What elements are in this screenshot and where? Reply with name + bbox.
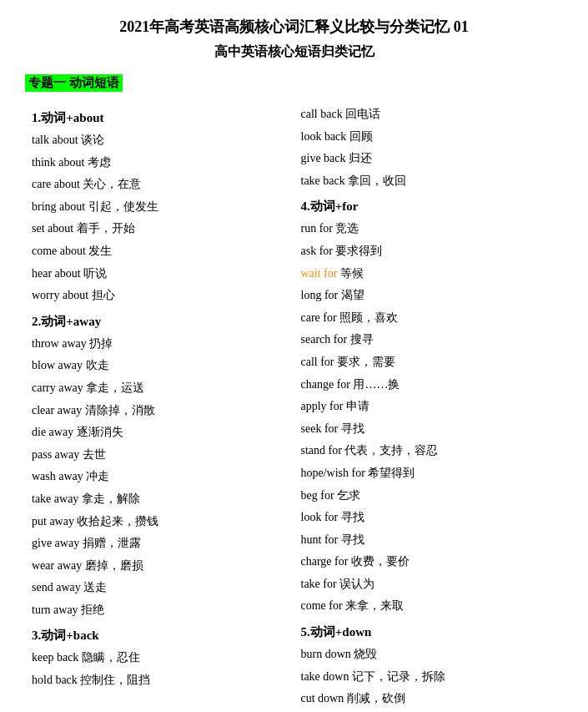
list-item: come for 来拿，来取: [301, 595, 557, 618]
list-item: ask for 要求得到: [301, 240, 557, 263]
list-item: hunt for 寻找: [301, 529, 557, 552]
section-header: 4.动词+for: [301, 199, 557, 215]
list-item: long for 渴望: [301, 285, 557, 307]
list-item: bring about 引起，使发生: [32, 196, 288, 219]
list-item: charge for 收费，要价: [301, 551, 557, 573]
list-item: cut down 削减，砍倒: [301, 688, 557, 710]
list-item: take back 拿回，收回: [301, 170, 557, 193]
list-item: hold back 控制住，阻挡: [32, 669, 288, 692]
list-item: blow away 吹走: [32, 355, 288, 377]
list-item: take away 拿走，解除: [32, 488, 288, 511]
list-item: look for 寻找: [301, 507, 557, 529]
list-item: wait for 等候: [301, 263, 557, 285]
list-item: turn away 拒绝: [32, 599, 288, 622]
section-header: 5.动词+down: [301, 624, 557, 640]
list-item: send away 送走: [32, 577, 288, 599]
list-item: give back 归还: [301, 148, 557, 170]
list-item: wear away 磨掉，磨损: [32, 555, 288, 578]
list-item: give away 捐赠，泄露: [32, 533, 288, 555]
list-item: change for 用……换: [301, 374, 557, 396]
list-item: run for 竞选: [301, 218, 557, 240]
list-item: carry away 拿走，运送: [32, 377, 288, 400]
list-item: talk about 谈论: [32, 129, 288, 152]
list-item: burn down 烧毁: [301, 644, 557, 666]
list-item: set about 着手，开始: [32, 218, 288, 240]
list-item: apply for 申请: [301, 396, 557, 418]
list-item: call back 回电话: [301, 104, 557, 126]
list-item: put away 收拾起来，攒钱: [32, 511, 288, 533]
right-column: call back 回电话look back 回顾give back 归还tak…: [294, 104, 564, 710]
list-item: throw away 扔掉: [32, 333, 288, 356]
list-item: come about 发生: [32, 240, 288, 263]
section-header: 2.动词+away: [32, 314, 288, 330]
list-item: take down 记下，记录，拆除: [301, 666, 557, 689]
list-item: call for 要求，需要: [301, 351, 557, 374]
list-item: die away 逐渐消失: [32, 422, 288, 444]
main-title: 2021年高考英语高频核心词汇释义比较与分类记忆 01: [25, 17, 563, 37]
sub-title: 高中英语核心短语归类记忆: [25, 43, 563, 61]
list-item: pass away 去世: [32, 444, 288, 467]
section-header: 1.动词+about: [32, 110, 288, 126]
list-item: beg for 乞求: [301, 485, 557, 507]
category-label: 专题一 动词短语: [25, 74, 123, 92]
list-item: search for 搜寻: [301, 329, 557, 351]
list-item: think about 考虑: [32, 152, 288, 174]
list-item: stand for 代表，支持，容忍: [301, 440, 557, 462]
list-item: care about 关心，在意: [32, 174, 288, 196]
list-item: seek for 寻找: [301, 418, 557, 441]
list-item: care for 照顾，喜欢: [301, 307, 557, 330]
list-item: look back 回顾: [301, 126, 557, 149]
list-item: worry about 担心: [32, 285, 288, 307]
list-item: hope/wish for 希望得到: [301, 462, 557, 485]
list-item: wash away 冲走: [32, 466, 288, 488]
left-column: 1.动词+abouttalk about 谈论think about 考虑car…: [25, 104, 294, 710]
list-item: hear about 听说: [32, 263, 288, 285]
list-item: keep back 隐瞒，忍住: [32, 647, 288, 669]
list-item: take for 误认为: [301, 573, 557, 596]
list-item: clear away 清除掉，消散: [32, 400, 288, 422]
section-header: 3.动词+back: [32, 628, 288, 644]
